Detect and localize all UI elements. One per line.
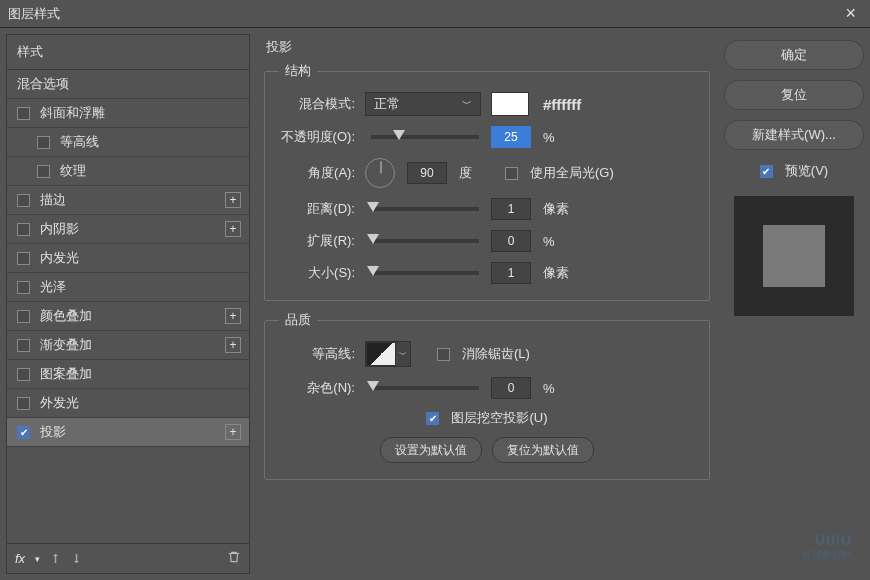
spread-row: 扩展(R): % [279, 230, 695, 252]
angle-label: 角度(A): [279, 164, 355, 182]
close-icon[interactable]: × [839, 3, 862, 24]
spread-slider[interactable] [371, 239, 479, 243]
spread-unit: % [543, 234, 567, 249]
style-checkbox[interactable]: ✔ [17, 426, 30, 439]
cancel-button[interactable]: 复位 [724, 80, 864, 110]
angle-row: 角度(A): 度 使用全局光(G) [279, 158, 695, 188]
style-checkbox[interactable] [17, 397, 30, 410]
style-label: 光泽 [40, 278, 66, 296]
style-checkbox[interactable] [17, 194, 30, 207]
ok-button[interactable]: 确定 [724, 40, 864, 70]
styles-list: 混合选项斜面和浮雕等高线纹理描边+内阴影+内发光光泽颜色叠加+渐变叠加+图案叠加… [7, 70, 249, 543]
noise-label: 杂色(N): [279, 379, 355, 397]
style-label: 斜面和浮雕 [40, 104, 105, 122]
style-label: 颜色叠加 [40, 307, 92, 325]
quality-group: 品质 等高线: ﹀ 消除锯齿(L) 杂色(N): % ✔ 图层挖空投影(U) [264, 311, 710, 480]
style-checkbox[interactable] [17, 310, 30, 323]
style-checkbox[interactable] [17, 252, 30, 265]
add-effect-icon[interactable]: + [225, 337, 241, 353]
action-sidebar: 确定 复位 新建样式(W)... ✔ 预览(V) [724, 34, 864, 574]
add-effect-icon[interactable]: + [225, 308, 241, 324]
style-checkbox[interactable] [17, 107, 30, 120]
style-item-0[interactable]: 混合选项 [7, 70, 249, 99]
antialias-checkbox[interactable] [437, 348, 450, 361]
opacity-slider[interactable] [371, 135, 479, 139]
angle-input[interactable] [407, 162, 447, 184]
dialog-body: 样式 混合选项斜面和浮雕等高线纹理描边+内阴影+内发光光泽颜色叠加+渐变叠加+图… [0, 28, 870, 580]
opacity-unit: % [543, 130, 567, 145]
style-item-5[interactable]: 内阴影+ [7, 215, 249, 244]
size-slider[interactable] [371, 271, 479, 275]
distance-row: 距离(D): 像素 [279, 198, 695, 220]
style-item-12[interactable]: ✔投影+ [7, 418, 249, 447]
shadow-color-swatch[interactable] [491, 92, 529, 116]
preview-inner [763, 225, 825, 287]
quality-legend: 品质 [279, 311, 317, 329]
panel-title: 投影 [264, 38, 710, 56]
preview-checkbox[interactable]: ✔ [760, 165, 773, 178]
style-item-4[interactable]: 描边+ [7, 186, 249, 215]
structure-group: 结构 混合模式: 正常 ﹀ #ffffff 不透明度(O): % 角度(A): [264, 62, 710, 301]
distance-slider[interactable] [371, 207, 479, 211]
style-label: 内阴影 [40, 220, 79, 238]
style-item-9[interactable]: 渐变叠加+ [7, 331, 249, 360]
trash-icon[interactable] [227, 550, 241, 567]
style-label: 外发光 [40, 394, 79, 412]
distance-input[interactable] [491, 198, 531, 220]
blend-mode-row: 混合模式: 正常 ﹀ #ffffff [279, 92, 695, 116]
angle-dial[interactable] [365, 158, 395, 188]
size-input[interactable] [491, 262, 531, 284]
add-effect-icon[interactable]: + [225, 424, 241, 440]
contour-row: 等高线: ﹀ 消除锯齿(L) [279, 341, 695, 367]
size-row: 大小(S): 像素 [279, 262, 695, 284]
add-effect-icon[interactable]: + [225, 192, 241, 208]
style-item-3[interactable]: 纹理 [7, 157, 249, 186]
style-checkbox[interactable] [17, 368, 30, 381]
style-label: 纹理 [60, 162, 86, 180]
styles-footer: fx▾ 🠕 🠗 [7, 543, 249, 573]
noise-row: 杂色(N): % [279, 377, 695, 399]
global-light-label: 使用全局光(G) [530, 164, 614, 182]
size-unit: 像素 [543, 264, 569, 282]
style-item-7[interactable]: 光泽 [7, 273, 249, 302]
style-item-6[interactable]: 内发光 [7, 244, 249, 273]
spread-label: 扩展(R): [279, 232, 355, 250]
style-checkbox[interactable] [17, 223, 30, 236]
fx-menu[interactable]: fx [15, 551, 25, 566]
titlebar: 图层样式 × [0, 0, 870, 28]
reset-default-button[interactable]: 复位为默认值 [492, 437, 594, 463]
knockout-label: 图层挖空投影(U) [451, 409, 547, 427]
noise-input[interactable] [491, 377, 531, 399]
style-item-1[interactable]: 斜面和浮雕 [7, 99, 249, 128]
add-effect-icon[interactable]: + [225, 221, 241, 237]
opacity-label: 不透明度(O): [279, 128, 355, 146]
knockout-checkbox[interactable]: ✔ [426, 412, 439, 425]
contour-dropdown[interactable]: ﹀ [396, 342, 410, 366]
style-label: 内发光 [40, 249, 79, 267]
noise-slider[interactable] [371, 386, 479, 390]
style-item-11[interactable]: 外发光 [7, 389, 249, 418]
style-item-10[interactable]: 图案叠加 [7, 360, 249, 389]
default-buttons-row: 设置为默认值 复位为默认值 [279, 437, 695, 463]
make-default-button[interactable]: 设置为默认值 [380, 437, 482, 463]
style-checkbox[interactable] [17, 281, 30, 294]
contour-label: 等高线: [279, 345, 355, 363]
blend-mode-dropdown[interactable]: 正常 ﹀ [365, 92, 481, 116]
move-down-icon[interactable]: 🠗 [71, 553, 82, 565]
global-light-checkbox[interactable] [505, 167, 518, 180]
style-label: 投影 [40, 423, 66, 441]
opacity-row: 不透明度(O): % [279, 126, 695, 148]
move-up-icon[interactable]: 🠕 [50, 553, 61, 565]
style-item-2[interactable]: 等高线 [7, 128, 249, 157]
contour-picker[interactable] [366, 342, 396, 366]
style-item-8[interactable]: 颜色叠加+ [7, 302, 249, 331]
color-hex-label: #ffffff [543, 96, 581, 113]
effect-panel: 投影 结构 混合模式: 正常 ﹀ #ffffff 不透明度(O): % 角度(A… [258, 34, 716, 574]
spread-input[interactable] [491, 230, 531, 252]
new-style-button[interactable]: 新建样式(W)... [724, 120, 864, 150]
opacity-input[interactable] [491, 126, 531, 148]
style-checkbox[interactable] [17, 339, 30, 352]
watermark: UIIIU 优优教程网 [802, 532, 852, 562]
style-checkbox[interactable] [37, 136, 50, 149]
style-checkbox[interactable] [37, 165, 50, 178]
